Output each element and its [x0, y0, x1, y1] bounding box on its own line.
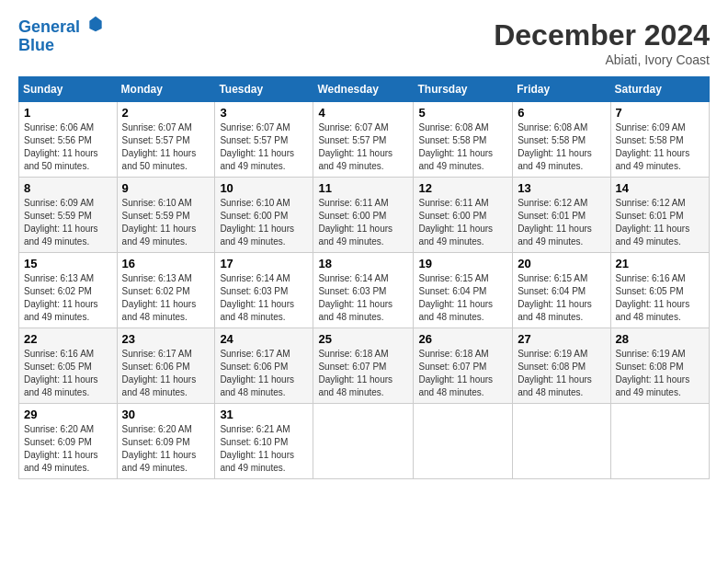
day-info: Sunrise: 6:17 AM Sunset: 6:06 PM Dayligh… — [122, 348, 210, 399]
calendar-cell: 24 Sunrise: 6:17 AM Sunset: 6:06 PM Dayl… — [215, 328, 313, 404]
day-number: 4 — [318, 106, 408, 120]
calendar-cell: 17 Sunrise: 6:14 AM Sunset: 6:03 PM Dayl… — [215, 253, 313, 328]
day-info: Sunrise: 6:08 AM Sunset: 5:58 PM Dayligh… — [418, 121, 507, 173]
day-number: 10 — [220, 181, 308, 195]
day-info: Sunrise: 6:10 AM Sunset: 6:00 PM Dayligh… — [220, 197, 308, 248]
day-number: 15 — [24, 257, 112, 270]
calendar-cell: 10 Sunrise: 6:10 AM Sunset: 6:00 PM Dayl… — [215, 178, 313, 253]
day-number: 28 — [616, 332, 704, 346]
day-number: 2 — [122, 106, 210, 120]
day-number: 21 — [616, 257, 704, 270]
day-info: Sunrise: 6:12 AM Sunset: 6:01 PM Dayligh… — [616, 197, 704, 248]
day-info: Sunrise: 6:15 AM Sunset: 6:04 PM Dayligh… — [418, 272, 507, 324]
calendar-cell: 4 Sunrise: 6:07 AM Sunset: 5:57 PM Dayli… — [313, 102, 414, 178]
calendar-cell — [513, 404, 610, 479]
calendar-week-row: 1 Sunrise: 6:06 AM Sunset: 5:56 PM Dayli… — [19, 102, 710, 178]
day-number: 8 — [24, 181, 112, 195]
day-info: Sunrise: 6:19 AM Sunset: 6:08 PM Dayligh… — [518, 348, 605, 399]
day-info: Sunrise: 6:18 AM Sunset: 6:07 PM Dayligh… — [418, 348, 507, 399]
day-number: 13 — [518, 181, 605, 195]
day-info: Sunrise: 6:08 AM Sunset: 5:58 PM Dayligh… — [518, 121, 605, 173]
day-info: Sunrise: 6:07 AM Sunset: 5:57 PM Dayligh… — [220, 121, 308, 173]
calendar-cell: 5 Sunrise: 6:08 AM Sunset: 5:58 PM Dayli… — [414, 102, 513, 178]
calendar-week-row: 22 Sunrise: 6:16 AM Sunset: 6:05 PM Dayl… — [19, 328, 710, 404]
calendar-cell: 19 Sunrise: 6:15 AM Sunset: 6:04 PM Dayl… — [414, 253, 513, 328]
day-info: Sunrise: 6:11 AM Sunset: 6:00 PM Dayligh… — [418, 197, 507, 248]
day-number: 25 — [318, 332, 408, 346]
day-number: 7 — [616, 106, 704, 120]
day-info: Sunrise: 6:20 AM Sunset: 6:09 PM Dayligh… — [24, 423, 112, 475]
calendar-cell: 27 Sunrise: 6:19 AM Sunset: 6:08 PM Dayl… — [513, 328, 610, 404]
day-info: Sunrise: 6:11 AM Sunset: 6:00 PM Dayligh… — [318, 197, 408, 248]
calendar-cell: 26 Sunrise: 6:18 AM Sunset: 6:07 PM Dayl… — [414, 328, 513, 404]
day-number: 9 — [122, 181, 210, 195]
calendar-week-row: 15 Sunrise: 6:13 AM Sunset: 6:02 PM Dayl… — [19, 253, 710, 328]
calendar-cell — [414, 404, 513, 479]
day-info: Sunrise: 6:07 AM Sunset: 5:57 PM Dayligh… — [318, 121, 408, 173]
calendar-cell: 7 Sunrise: 6:09 AM Sunset: 5:58 PM Dayli… — [610, 102, 709, 178]
day-info: Sunrise: 6:19 AM Sunset: 6:08 PM Dayligh… — [616, 348, 704, 399]
calendar-cell — [610, 404, 709, 479]
calendar-cell — [313, 404, 414, 479]
calendar-cell: 31 Sunrise: 6:21 AM Sunset: 6:10 PM Dayl… — [215, 404, 313, 479]
calendar-cell: 14 Sunrise: 6:12 AM Sunset: 6:01 PM Dayl… — [610, 178, 709, 253]
calendar-cell: 12 Sunrise: 6:11 AM Sunset: 6:00 PM Dayl… — [414, 178, 513, 253]
day-info: Sunrise: 6:09 AM Sunset: 5:58 PM Dayligh… — [616, 121, 704, 173]
calendar-cell: 11 Sunrise: 6:11 AM Sunset: 6:00 PM Dayl… — [313, 178, 414, 253]
weekday-header: Thursday — [414, 77, 513, 102]
day-info: Sunrise: 6:07 AM Sunset: 5:57 PM Dayligh… — [122, 121, 210, 173]
day-info: Sunrise: 6:18 AM Sunset: 6:07 PM Dayligh… — [318, 348, 408, 399]
day-info: Sunrise: 6:16 AM Sunset: 6:05 PM Dayligh… — [24, 348, 112, 399]
month-title: December 2024 — [494, 18, 710, 52]
day-number: 6 — [518, 106, 605, 120]
calendar-cell: 23 Sunrise: 6:17 AM Sunset: 6:06 PM Dayl… — [117, 328, 215, 404]
calendar-cell: 15 Sunrise: 6:13 AM Sunset: 6:02 PM Dayl… — [19, 253, 118, 328]
calendar-table: SundayMondayTuesdayWednesdayThursdayFrid… — [18, 76, 710, 479]
day-number: 26 — [418, 332, 507, 346]
day-number: 18 — [318, 257, 408, 270]
calendar-cell: 16 Sunrise: 6:13 AM Sunset: 6:02 PM Dayl… — [117, 253, 215, 328]
day-number: 27 — [518, 332, 605, 346]
day-number: 17 — [220, 257, 308, 270]
day-number: 19 — [418, 257, 507, 270]
day-number: 16 — [122, 257, 210, 270]
logo: General Blue — [18, 18, 105, 55]
title-area: December 2024 Abiati, Ivory Coast — [494, 18, 710, 67]
calendar-cell: 6 Sunrise: 6:08 AM Sunset: 5:58 PM Dayli… — [513, 102, 610, 178]
day-number: 3 — [220, 106, 308, 120]
day-info: Sunrise: 6:10 AM Sunset: 5:59 PM Dayligh… — [122, 197, 210, 248]
day-number: 22 — [24, 332, 112, 346]
calendar-week-row: 29 Sunrise: 6:20 AM Sunset: 6:09 PM Dayl… — [19, 404, 710, 479]
calendar-cell: 2 Sunrise: 6:07 AM Sunset: 5:57 PM Dayli… — [117, 102, 215, 178]
day-number: 23 — [122, 332, 210, 346]
day-number: 5 — [418, 106, 507, 120]
day-info: Sunrise: 6:06 AM Sunset: 5:56 PM Dayligh… — [24, 121, 112, 173]
weekday-header: Monday — [117, 77, 215, 102]
page-header: General Blue December 2024 Abiati, Ivory… — [18, 18, 710, 67]
day-number: 31 — [220, 408, 308, 421]
weekday-header: Sunday — [19, 77, 118, 102]
day-info: Sunrise: 6:21 AM Sunset: 6:10 PM Dayligh… — [220, 423, 308, 475]
day-number: 12 — [418, 181, 507, 195]
day-number: 29 — [24, 408, 112, 421]
calendar-cell: 20 Sunrise: 6:15 AM Sunset: 6:04 PM Dayl… — [513, 253, 610, 328]
weekday-header: Friday — [513, 77, 610, 102]
day-number: 20 — [518, 257, 605, 270]
day-info: Sunrise: 6:12 AM Sunset: 6:01 PM Dayligh… — [518, 197, 605, 248]
day-number: 14 — [616, 181, 704, 195]
calendar-cell: 8 Sunrise: 6:09 AM Sunset: 5:59 PM Dayli… — [19, 178, 118, 253]
day-info: Sunrise: 6:17 AM Sunset: 6:06 PM Dayligh… — [220, 348, 308, 399]
day-number: 24 — [220, 332, 308, 346]
calendar-cell: 21 Sunrise: 6:16 AM Sunset: 6:05 PM Dayl… — [610, 253, 709, 328]
calendar-cell: 9 Sunrise: 6:10 AM Sunset: 5:59 PM Dayli… — [117, 178, 215, 253]
day-info: Sunrise: 6:20 AM Sunset: 6:09 PM Dayligh… — [122, 423, 210, 475]
calendar-cell: 25 Sunrise: 6:18 AM Sunset: 6:07 PM Dayl… — [313, 328, 414, 404]
calendar-cell: 18 Sunrise: 6:14 AM Sunset: 6:03 PM Dayl… — [313, 253, 414, 328]
location: Abiati, Ivory Coast — [494, 52, 710, 67]
calendar-cell: 28 Sunrise: 6:19 AM Sunset: 6:08 PM Dayl… — [610, 328, 709, 404]
calendar-week-row: 8 Sunrise: 6:09 AM Sunset: 5:59 PM Dayli… — [19, 178, 710, 253]
weekday-header: Tuesday — [215, 77, 313, 102]
weekday-header: Wednesday — [313, 77, 414, 102]
logo-text: General Blue — [18, 18, 105, 55]
day-number: 1 — [24, 106, 112, 120]
